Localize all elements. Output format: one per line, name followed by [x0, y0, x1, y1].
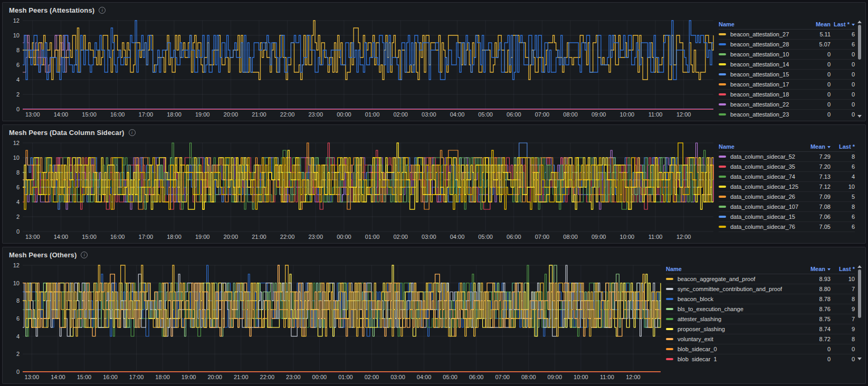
panel-header[interactable]: Mesh Peers (Attestations) i	[3, 3, 865, 17]
timeseries-chart[interactable]: 12108642013:0014:0015:0016:0017:0018:001…	[8, 140, 716, 241]
series-color-swatch[interactable]	[666, 358, 673, 360]
series-color-swatch[interactable]	[666, 338, 673, 340]
series-color-swatch[interactable]	[719, 113, 726, 115]
info-icon[interactable]: i	[81, 252, 88, 258]
legend-row[interactable]: data_column_sidecar_527.298	[719, 152, 855, 162]
series-name[interactable]: beacon_attestation_27	[730, 31, 789, 37]
legend-column-header-mean[interactable]: Mean	[802, 143, 831, 150]
series-color-swatch[interactable]	[719, 63, 726, 65]
legend-column-header-last[interactable]: Last *	[831, 143, 855, 150]
legend-column-header-mean[interactable]: Mean	[802, 21, 831, 27]
legend-row[interactable]: beacon_block8.788	[666, 294, 855, 304]
series-name[interactable]: beacon_attestation_15	[730, 71, 789, 78]
series-name[interactable]: beacon_attestation_28	[730, 41, 789, 47]
series-name[interactable]: data_column_sidecar_125	[730, 184, 798, 190]
legend-row[interactable]: blob_sidecar_100	[666, 354, 855, 361]
legend-column-header-name[interactable]: Name	[666, 266, 682, 272]
legend-column-header-mean[interactable]: Mean	[802, 266, 831, 272]
legend-row[interactable]: data_column_sidecar_1257.1210	[719, 182, 855, 192]
legend-row[interactable]: blob_sidecar_000	[666, 344, 855, 354]
legend-row[interactable]: bls_to_execution_change8.769	[666, 304, 855, 314]
series-color-swatch[interactable]	[719, 73, 726, 75]
series-name[interactable]: bls_to_execution_change	[678, 306, 743, 312]
timeseries-chart[interactable]: 12108642013:0014:0015:0016:0017:0018:001…	[8, 17, 716, 119]
series-color-swatch[interactable]	[719, 206, 726, 208]
legend-row[interactable]: beacon_attestation_1800	[719, 90, 855, 100]
series-color-swatch[interactable]	[719, 33, 726, 35]
panel-header[interactable]: Mesh Peers (Others) i	[3, 247, 865, 262]
series-color-swatch[interactable]	[666, 298, 673, 300]
series-color-swatch[interactable]	[719, 156, 726, 158]
series-color-swatch[interactable]	[666, 328, 673, 330]
series-name[interactable]: blob_sidecar_1	[678, 356, 717, 361]
series-name[interactable]: beacon_block	[678, 296, 713, 302]
legend-scrollbar[interactable]	[857, 264, 862, 361]
legend-row[interactable]: beacon_attestation_1000	[719, 50, 855, 60]
legend-row[interactable]: beacon_attestation_2200	[719, 100, 855, 110]
series-color-swatch[interactable]	[719, 43, 726, 45]
series-color-swatch[interactable]	[719, 226, 726, 228]
series-color-swatch[interactable]	[719, 93, 726, 95]
legend-row[interactable]: data_column_sidecar_1077.088	[719, 202, 855, 212]
series-name[interactable]: data_column_sidecar_107	[730, 204, 798, 210]
legend-column-header-last[interactable]: Last *	[831, 21, 855, 27]
series-color-swatch[interactable]	[666, 318, 673, 320]
series-name[interactable]: beacon_attestation_17	[730, 81, 789, 88]
panel-header[interactable]: Mesh Peers (Data Column Sidecar) i	[3, 125, 865, 140]
series-name[interactable]: beacon_attestation_18	[730, 91, 789, 98]
series-color-swatch[interactable]	[719, 166, 726, 168]
series-name[interactable]: beacon_attestation_10	[730, 51, 789, 57]
scroll-down-icon[interactable]	[857, 358, 862, 360]
info-icon[interactable]: i	[129, 129, 136, 136]
series-name[interactable]: sync_committee_contribution_and_proof	[678, 286, 782, 292]
legend-row[interactable]: data_column_sidecar_267.095	[719, 192, 855, 202]
legend-row[interactable]: beacon_attestation_1700	[719, 80, 855, 90]
series-color-swatch[interactable]	[666, 288, 673, 290]
legend-row[interactable]: beacon_attestation_2300	[719, 110, 855, 119]
series-color-swatch[interactable]	[719, 186, 726, 188]
series-name[interactable]: beacon_attestation_22	[730, 101, 789, 108]
legend-row[interactable]: data_column_sidecar_767.056	[719, 222, 855, 232]
scroll-down-icon[interactable]	[857, 115, 862, 118]
timeseries-chart[interactable]: 12108642013:0014:0015:0016:0017:0018:001…	[8, 262, 663, 381]
legend-row[interactable]: beacon_attestation_275.116	[719, 30, 855, 40]
series-name[interactable]: data_column_sidecar_52	[730, 153, 795, 160]
scroll-up-icon[interactable]	[857, 265, 862, 268]
series-color-swatch[interactable]	[666, 308, 673, 310]
legend-scrollbar[interactable]	[857, 20, 862, 119]
scrollbar-thumb[interactable]	[858, 25, 861, 60]
series-name[interactable]: beacon_aggregate_and_proof	[678, 276, 755, 282]
series-name[interactable]: proposer_slashing	[678, 326, 725, 332]
series-name[interactable]: beacon_attestation_23	[730, 111, 789, 118]
legend-column-header-name[interactable]: Name	[719, 143, 735, 150]
legend-row[interactable]: beacon_attestation_285.076	[719, 40, 855, 50]
chart-area[interactable]: 12108642013:0014:0015:0016:0017:0018:001…	[8, 17, 716, 119]
legend-row[interactable]: proposer_slashing8.749	[666, 324, 855, 334]
series-name[interactable]: data_column_sidecar_35	[730, 163, 795, 170]
legend-row[interactable]: beacon_attestation_1500	[719, 70, 855, 80]
series-color-swatch[interactable]	[666, 348, 673, 350]
series-name[interactable]: attester_slashing	[678, 316, 721, 322]
series-color-swatch[interactable]	[719, 53, 726, 55]
legend-column-header-name[interactable]: Name	[719, 21, 735, 27]
legend-row[interactable]: beacon_attestation_1400	[719, 60, 855, 70]
series-color-swatch[interactable]	[719, 176, 726, 178]
legend-row[interactable]: data_column_sidecar_747.134	[719, 172, 855, 182]
legend-row[interactable]: sync_committee_contribution_and_proof8.8…	[666, 284, 855, 294]
chart-area[interactable]: 12108642013:0014:0015:0016:0017:0018:001…	[8, 262, 663, 381]
series-name[interactable]: data_column_sidecar_15	[730, 214, 795, 220]
scrollbar-thumb[interactable]	[858, 269, 861, 318]
legend-column-header-last[interactable]: Last *	[831, 266, 855, 272]
scroll-up-icon[interactable]	[857, 21, 862, 23]
series-color-swatch[interactable]	[719, 103, 726, 105]
chart-area[interactable]: 12108642013:0014:0015:0016:0017:0018:001…	[8, 140, 716, 241]
series-color-swatch[interactable]	[719, 216, 726, 218]
legend-row[interactable]: voluntary_exit8.728	[666, 334, 855, 344]
legend-row[interactable]: beacon_aggregate_and_proof8.9310	[666, 274, 855, 284]
series-color-swatch[interactable]	[719, 83, 726, 85]
series-color-swatch[interactable]	[719, 196, 726, 198]
legend-row[interactable]: data_column_sidecar_357.206	[719, 162, 855, 172]
series-name[interactable]: data_column_sidecar_76	[730, 224, 795, 230]
series-name[interactable]: data_column_sidecar_26	[730, 194, 795, 200]
series-name[interactable]: blob_sidecar_0	[678, 346, 717, 352]
